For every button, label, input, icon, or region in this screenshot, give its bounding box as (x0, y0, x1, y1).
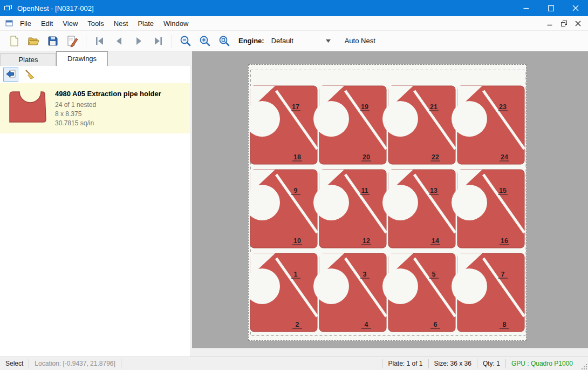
save-button[interactable] (44, 33, 61, 49)
zoom-out-button[interactable] (177, 33, 194, 49)
first-arrow-icon (93, 35, 106, 48)
titlebar: OpenNest - [N0317-002] (0, 0, 588, 16)
toolbar-separator (86, 35, 86, 48)
next-plate-button[interactable] (130, 33, 147, 49)
save-edit-icon (66, 35, 79, 48)
zoom-in-button[interactable] (196, 33, 214, 49)
canvas-horizontal-scrollbar[interactable] (192, 348, 588, 356)
part-number: 7 (501, 271, 505, 278)
part-number: 21 (430, 103, 437, 111)
part-number: 14 (432, 237, 439, 245)
tab-drawings[interactable]: Drawings (56, 51, 108, 66)
pipe-hole-cutout (382, 101, 418, 137)
mdi-minimize-button[interactable] (544, 18, 556, 28)
menu-window[interactable]: Window (159, 17, 193, 30)
status-plate: Plate: 1 of 1 (382, 359, 428, 368)
previous-arrow-icon (113, 35, 126, 48)
part-number: 16 (501, 237, 508, 245)
zoom-extents-button[interactable] (216, 33, 233, 49)
reload-drawing-button[interactable] (3, 68, 18, 82)
mdi-close-button[interactable] (572, 18, 584, 28)
first-plate-button[interactable] (91, 33, 108, 49)
pipe-hole-cutout (313, 185, 349, 220)
panel-toolbar (0, 66, 190, 83)
new-file-icon (8, 35, 20, 48)
pipe-hole-cutout (313, 268, 349, 304)
minimize-button[interactable] (514, 0, 538, 16)
mdi-restore-button[interactable] (558, 18, 570, 28)
drawing-area: 30.7815 sq/in (55, 119, 161, 128)
resize-grip-icon (580, 363, 588, 370)
window-controls (514, 0, 588, 16)
part-number: 1 (294, 271, 298, 278)
open-folder-icon (27, 35, 40, 48)
engine-selected-value: Default (271, 37, 293, 45)
part-number: 6 (434, 321, 437, 328)
menu-plate[interactable]: Plate (133, 17, 159, 30)
main-area: Plates Drawings 4980 A05 Extraction pip (0, 51, 588, 356)
menu-edit[interactable]: Edit (36, 17, 58, 30)
pipe-hole-cutout (313, 101, 349, 137)
mdi-window-controls (544, 18, 588, 28)
drawing-info: 4980 A05 Extraction pipe holder 24 of 1 … (55, 88, 161, 128)
part-number: 23 (499, 103, 507, 111)
panel-tabstrip: Plates Drawings (0, 51, 190, 66)
menu-view[interactable]: View (58, 17, 83, 30)
last-plate-button[interactable] (149, 33, 167, 49)
drawing-list-item[interactable]: 4980 A05 Extraction pipe holder 24 of 1 … (0, 83, 190, 133)
part-number: 3 (363, 271, 367, 278)
zoom-in-icon (199, 35, 211, 48)
chevron-down-icon (326, 39, 331, 43)
menubar: File Edit View Tools Nest Plate Window (0, 16, 588, 31)
drawing-title: 4980 A05 Extraction pipe holder (55, 90, 161, 98)
menu-nest[interactable]: Nest (109, 17, 133, 30)
left-panel: Plates Drawings 4980 A05 Extraction pip (0, 51, 190, 356)
nest-plate-svg[interactable]: 171819202122232491011121314151612345678 (249, 65, 527, 341)
part-number: 13 (430, 187, 437, 194)
nest-canvas[interactable]: 171819202122232491011121314151612345678 (192, 51, 588, 356)
plate[interactable]: 171819202122232491011121314151612345678 (248, 64, 527, 341)
status-gpu: GPU : Quadro P1000 (506, 359, 578, 368)
drawing-nested-count: 24 of 1 nested (55, 100, 161, 110)
next-arrow-icon (132, 35, 145, 48)
app-icon (0, 4, 16, 12)
pipe-hole-cutout (452, 101, 487, 137)
previous-plate-button[interactable] (111, 33, 128, 49)
tab-plates[interactable]: Plates (1, 53, 56, 66)
open-button[interactable] (25, 33, 42, 49)
auto-nest-button[interactable]: Auto Nest (345, 37, 375, 45)
part-number: 8 (503, 321, 507, 328)
drawing-dimensions: 8 x 8.375 (55, 110, 161, 119)
part-number: 4 (365, 321, 368, 328)
menu-tools[interactable]: Tools (83, 17, 108, 30)
save-edit-button[interactable] (64, 33, 81, 49)
pipe-hole-cutout (452, 185, 487, 220)
status-mode: Select (0, 359, 29, 368)
resize-grip[interactable] (578, 357, 588, 370)
window-title: OpenNest - [N0317-002] (17, 4, 94, 12)
clean-button[interactable] (22, 68, 37, 82)
mdi-child-icon (3, 19, 15, 28)
zoom-extents-icon (218, 35, 231, 48)
part-number: 24 (501, 153, 508, 161)
part-number: 17 (292, 103, 299, 111)
statusbar: Select Location: [-0.9437, 21.8796] Plat… (0, 356, 588, 370)
part-number: 22 (432, 153, 439, 161)
maximize-button[interactable] (538, 0, 563, 16)
new-button[interactable] (5, 33, 23, 49)
engine-label: Engine: (238, 37, 264, 45)
drawing-list: 4980 A05 Extraction pipe holder 24 of 1 … (0, 83, 190, 356)
menu-file[interactable]: File (15, 17, 36, 30)
toolbar-separator (172, 35, 172, 48)
import-arrow-icon (5, 69, 17, 80)
part-number: 9 (294, 187, 298, 194)
status-location: Location: [-0.9437, 21.8796] (29, 359, 120, 368)
status-divider (121, 359, 121, 368)
app-window: OpenNest - [N0317-002] File Edit View To… (0, 0, 588, 370)
zoom-out-icon (179, 35, 192, 48)
engine-select[interactable]: Default (268, 35, 334, 48)
part-number: 2 (296, 321, 299, 328)
close-button[interactable] (563, 0, 588, 16)
status-size: Size: 36 x 36 (429, 359, 477, 368)
part-number: 18 (293, 153, 301, 161)
